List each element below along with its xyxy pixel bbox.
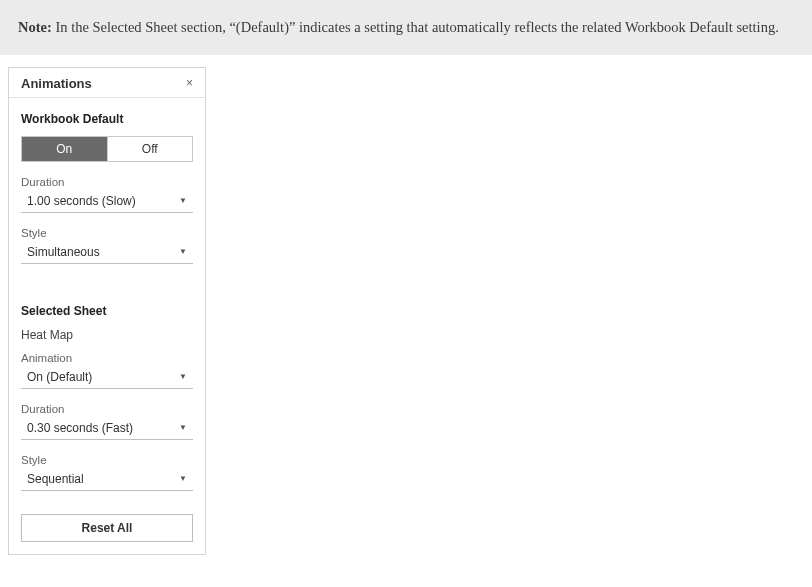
panel-body: Workbook Default On Off Duration 1.00 se… <box>9 98 205 504</box>
sheet-duration-label: Duration <box>21 403 193 415</box>
animations-panel: Animations × Workbook Default On Off Dur… <box>8 67 206 555</box>
sheet-style-value: Sequential <box>27 472 84 486</box>
sheet-style-select[interactable]: Sequential ▼ <box>21 468 193 491</box>
sheet-animation-value: On (Default) <box>27 370 92 384</box>
workbook-style-field: Style Simultaneous ▼ <box>21 227 193 264</box>
panel-footer: Reset All <box>9 504 205 554</box>
chevron-down-icon: ▼ <box>179 474 187 483</box>
chevron-down-icon: ▼ <box>179 423 187 432</box>
workbook-duration-label: Duration <box>21 176 193 188</box>
workbook-default-heading: Workbook Default <box>21 112 193 126</box>
workbook-toggle: On Off <box>21 136 193 162</box>
sheet-animation-label: Animation <box>21 352 193 364</box>
sheet-animation-select[interactable]: On (Default) ▼ <box>21 366 193 389</box>
sheet-name: Heat Map <box>21 328 193 342</box>
workbook-duration-value: 1.00 seconds (Slow) <box>27 194 136 208</box>
sheet-duration-field: Duration 0.30 seconds (Fast) ▼ <box>21 403 193 440</box>
note-label: Note: <box>18 19 52 35</box>
workbook-duration-field: Duration 1.00 seconds (Slow) ▼ <box>21 176 193 213</box>
reset-all-button[interactable]: Reset All <box>21 514 193 542</box>
workbook-toggle-off[interactable]: Off <box>107 137 193 161</box>
workbook-duration-select[interactable]: 1.00 seconds (Slow) ▼ <box>21 190 193 213</box>
panel-header: Animations × <box>9 68 205 98</box>
sheet-style-field: Style Sequential ▼ <box>21 454 193 491</box>
workbook-style-label: Style <box>21 227 193 239</box>
chevron-down-icon: ▼ <box>179 196 187 205</box>
sheet-animation-field: Animation On (Default) ▼ <box>21 352 193 389</box>
note-text: In the Selected Sheet section, “(Default… <box>52 19 779 35</box>
chevron-down-icon: ▼ <box>179 247 187 256</box>
sheet-style-label: Style <box>21 454 193 466</box>
sheet-duration-value: 0.30 seconds (Fast) <box>27 421 133 435</box>
sheet-duration-select[interactable]: 0.30 seconds (Fast) ▼ <box>21 417 193 440</box>
note-box: Note: In the Selected Sheet section, “(D… <box>0 0 812 55</box>
workbook-style-select[interactable]: Simultaneous ▼ <box>21 241 193 264</box>
workbook-toggle-on[interactable]: On <box>22 137 107 161</box>
chevron-down-icon: ▼ <box>179 372 187 381</box>
panel-title: Animations <box>21 76 92 91</box>
selected-sheet-heading: Selected Sheet <box>21 304 193 318</box>
workbook-style-value: Simultaneous <box>27 245 100 259</box>
close-icon[interactable]: × <box>184 76 195 90</box>
